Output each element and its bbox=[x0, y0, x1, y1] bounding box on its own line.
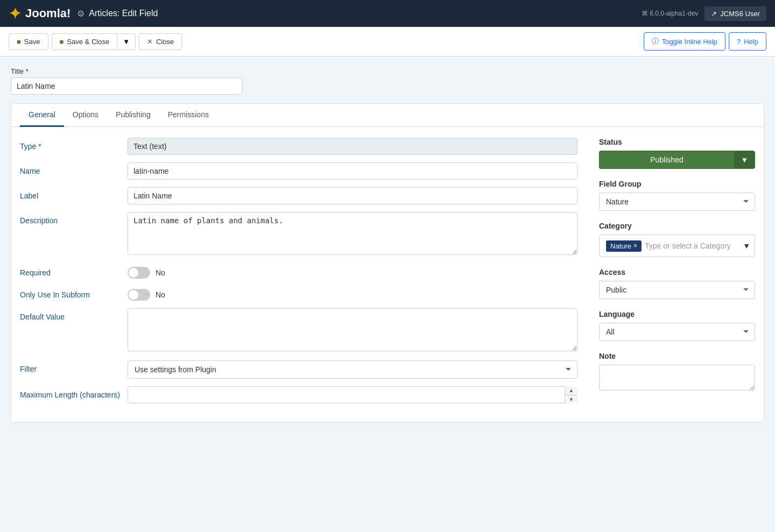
status-button[interactable]: Published bbox=[599, 151, 734, 169]
save-button[interactable]: ■ Save bbox=[9, 33, 48, 50]
required-toggle[interactable] bbox=[128, 267, 150, 279]
required-row: Required No bbox=[20, 264, 577, 279]
note-group: Note bbox=[599, 352, 755, 392]
language-label: Language bbox=[599, 310, 755, 318]
joomla-logo-icon: ✦ bbox=[9, 5, 21, 23]
field-group-select-wrapper: Nature None bbox=[599, 193, 755, 211]
default-value-row: Default Value bbox=[20, 308, 577, 353]
filter-row: Filter Use settings from Plugin bbox=[20, 360, 577, 379]
required-toggle-group: No bbox=[128, 264, 577, 279]
toolbar-left: ■ Save ■ Save & Close ▼ ✕ Close bbox=[9, 33, 182, 50]
description-textarea[interactable] bbox=[128, 212, 577, 255]
status-group: Status Published ▼ bbox=[599, 138, 755, 169]
subform-toggle[interactable] bbox=[128, 289, 150, 301]
note-textarea[interactable] bbox=[599, 365, 755, 391]
tabs-header: General Options Publishing Permissions bbox=[11, 104, 764, 127]
name-row: Name bbox=[20, 162, 577, 180]
form-section: Type * Name Label bbox=[20, 138, 577, 411]
tab-publishing[interactable]: Publishing bbox=[107, 104, 159, 127]
field-group-label: Field Group bbox=[599, 180, 755, 188]
top-navigation: ✦ Joomla! ⚙ Articles: Edit Field ⌘ 6.0.0… bbox=[0, 0, 775, 27]
spinner-up-button[interactable]: ▲ bbox=[565, 386, 577, 395]
required-label: Required bbox=[20, 264, 128, 277]
filter-select-wrapper: Use settings from Plugin bbox=[128, 360, 577, 379]
category-tag-remove[interactable]: × bbox=[633, 242, 637, 250]
toggle-help-button[interactable]: ⓘ Toggle Inline Help bbox=[644, 32, 725, 51]
default-value-label: Default Value bbox=[20, 308, 128, 321]
max-length-row: Maximum Length (characters) ▲ ▼ bbox=[20, 386, 577, 403]
chevron-down-icon: ▼ bbox=[123, 38, 130, 46]
status-value: Published bbox=[650, 155, 684, 164]
number-spinners: ▲ ▼ bbox=[565, 386, 577, 403]
category-placeholder: Type or select a Category bbox=[645, 242, 748, 250]
save-close-button[interactable]: ■ Save & Close bbox=[52, 33, 117, 50]
field-group-select[interactable]: Nature None bbox=[599, 193, 755, 211]
category-chevron-icon: ▼ bbox=[743, 242, 750, 250]
max-length-input[interactable] bbox=[128, 386, 577, 403]
toolbar-right: ⓘ Toggle Inline Help ? Help bbox=[644, 32, 766, 51]
toggle-knob bbox=[129, 268, 138, 278]
joomla-logo: ✦ Joomla! bbox=[9, 5, 71, 23]
subform-toggle-group: No bbox=[128, 286, 577, 301]
label-row: Label bbox=[20, 187, 577, 204]
puzzle-icon: ⚙ bbox=[77, 9, 84, 19]
note-label: Note bbox=[599, 352, 755, 360]
save-label: Save bbox=[24, 38, 40, 46]
filter-control: Use settings from Plugin bbox=[128, 360, 577, 379]
tab-options[interactable]: Options bbox=[64, 104, 107, 127]
status-dropdown: Published ▼ bbox=[599, 151, 755, 169]
nav-right: ⌘ 6.0.0-alpha1-dev ↗ JCMS6 User bbox=[642, 6, 766, 21]
nav-left: ✦ Joomla! ⚙ Articles: Edit Field bbox=[9, 5, 158, 23]
save-close-dropdown-button[interactable]: ▼ bbox=[117, 33, 136, 50]
default-value-textarea[interactable] bbox=[128, 308, 577, 351]
default-value-control bbox=[128, 308, 577, 353]
required-control: No bbox=[128, 264, 577, 279]
status-chevron-icon: ▼ bbox=[741, 156, 748, 164]
user-label: JCMS6 User bbox=[720, 10, 760, 18]
label-input[interactable] bbox=[128, 187, 577, 204]
tabs-container: General Options Publishing Permissions T… bbox=[11, 103, 764, 422]
field-group-group: Field Group Nature None bbox=[599, 180, 755, 211]
toggle-help-label: Toggle Inline Help bbox=[662, 38, 717, 46]
save-close-icon: ■ bbox=[60, 38, 64, 46]
save-icon: ■ bbox=[17, 38, 21, 46]
save-close-group: ■ Save & Close ▼ bbox=[52, 33, 136, 50]
type-row: Type * bbox=[20, 138, 577, 155]
joomla-logo-text: Joomla! bbox=[25, 6, 71, 20]
label-control bbox=[128, 187, 577, 204]
external-link-icon: ↗ bbox=[711, 10, 717, 18]
category-tag-nature: Nature × bbox=[606, 240, 642, 252]
title-input[interactable] bbox=[11, 77, 242, 95]
save-close-label: Save & Close bbox=[67, 38, 109, 46]
user-menu-button[interactable]: ↗ JCMS6 User bbox=[704, 6, 766, 21]
help-label: Help bbox=[744, 38, 758, 46]
tab-content-general: Type * Name Label bbox=[11, 127, 764, 422]
tab-general[interactable]: General bbox=[20, 104, 64, 127]
tab-permissions[interactable]: Permissions bbox=[159, 104, 217, 127]
close-icon: ✕ bbox=[147, 38, 153, 46]
subform-toggle-knob bbox=[129, 290, 138, 300]
access-label: Access bbox=[599, 268, 755, 276]
name-input[interactable] bbox=[128, 162, 577, 180]
spinner-down-button[interactable]: ▼ bbox=[565, 395, 577, 404]
filter-select[interactable]: Use settings from Plugin bbox=[128, 360, 577, 379]
status-arrow-button[interactable]: ▼ bbox=[734, 151, 755, 169]
max-length-wrapper: ▲ ▼ bbox=[128, 386, 577, 403]
subform-toggle-label: No bbox=[156, 290, 165, 299]
type-control bbox=[128, 138, 577, 155]
description-label: Description bbox=[20, 212, 128, 225]
main-content: Title * General Options Publishing Permi… bbox=[0, 56, 775, 433]
close-label: Close bbox=[156, 38, 174, 46]
max-length-label: Maximum Length (characters) bbox=[20, 386, 128, 399]
category-field[interactable]: Nature × Type or select a Category ▼ bbox=[599, 235, 755, 257]
close-button[interactable]: ✕ Close bbox=[139, 33, 182, 50]
title-section: Title * bbox=[11, 67, 764, 95]
access-select[interactable]: Public Guest Registered Special Super Us… bbox=[599, 281, 755, 299]
language-select[interactable]: All English (en-GB) bbox=[599, 323, 755, 341]
toolbar: ■ Save ■ Save & Close ▼ ✕ Close ⓘ Toggle… bbox=[0, 27, 775, 56]
help-button[interactable]: ? Help bbox=[729, 32, 766, 51]
description-control bbox=[128, 212, 577, 257]
help-icon: ? bbox=[737, 38, 741, 46]
page-title-nav: ⚙ Articles: Edit Field bbox=[77, 9, 158, 19]
status-label: Status bbox=[599, 138, 755, 146]
